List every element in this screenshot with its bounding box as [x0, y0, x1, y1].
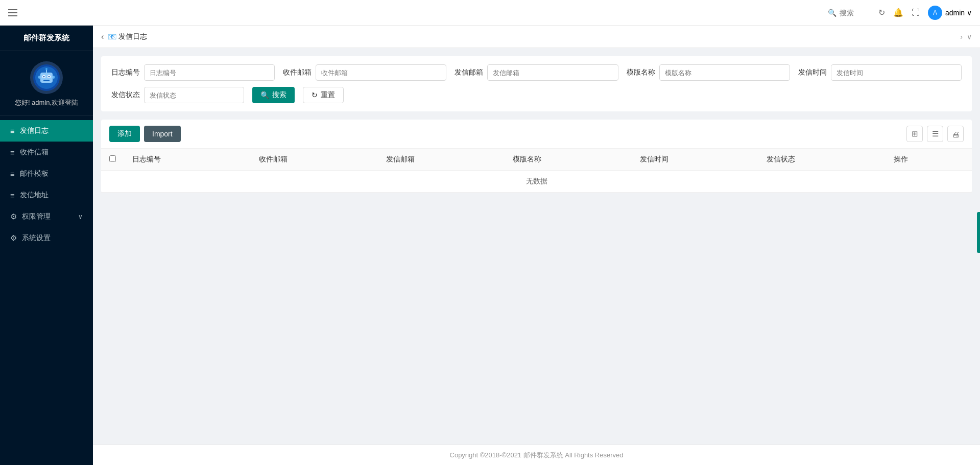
sidebar-avatar	[30, 61, 63, 94]
filter-field-template: 模版名称	[627, 64, 790, 81]
sidebar-item-label: 系统设置	[22, 234, 51, 243]
sidebar-item-send-address[interactable]: ≡ 发信地址	[0, 184, 93, 206]
sidebar-item-permission[interactable]: ⚙ 权限管理 ∨	[0, 206, 93, 227]
col-log-number: 日志编号	[124, 149, 251, 171]
right-accent-bar	[977, 212, 980, 253]
sidebar-brand: 邮件群发系统	[0, 26, 93, 51]
permission-icon: ⚙	[10, 212, 17, 221]
sender-label: 发信邮箱	[455, 68, 483, 77]
send-time-label: 发信时间	[798, 68, 827, 77]
breadcrumb-text: 发信日志	[118, 32, 147, 41]
sidebar-menu: ≡ 发信日志 ≡ 收件信箱 ≡ 邮件模板 ≡ 发信地址 ⚙ 权限管理 ∨ ⚙	[0, 116, 93, 465]
column-settings-button[interactable]: ☰	[927, 126, 943, 142]
sidebar-item-label: 邮件模板	[20, 169, 49, 178]
filter-field-send-status: 发信状态	[111, 87, 244, 103]
mail-template-icon: ≡	[10, 170, 15, 178]
svg-point-9	[45, 68, 47, 70]
username-label: admin ∨	[945, 9, 972, 17]
page-content: 日志编号 收件邮箱 发信邮箱 模版名称	[93, 48, 980, 445]
sidebar: 邮件群发系统	[0, 26, 93, 465]
sidebar-item-mail-template[interactable]: ≡ 邮件模板	[0, 163, 93, 184]
table-toolbar: 添加 Import ⊞ ☰ 🖨	[101, 120, 972, 149]
recipient-input[interactable]	[316, 64, 446, 81]
sidebar-item-label: 权限管理	[22, 212, 51, 221]
filter-panel: 日志编号 收件邮箱 发信邮箱 模版名称	[101, 56, 972, 111]
filter-field-log-number: 日志编号	[111, 64, 275, 81]
svg-point-6	[49, 76, 50, 78]
sender-input[interactable]	[487, 64, 618, 81]
notification-icon[interactable]: 🔔	[893, 8, 903, 17]
data-table: 日志编号 收件邮箱 发信邮箱 模版名称 发信时间 发信状态 操作 无数据	[101, 149, 972, 193]
col-action: 操作	[886, 149, 972, 171]
send-status-label: 发信状态	[111, 90, 140, 100]
select-all-checkbox[interactable]	[109, 155, 116, 162]
svg-point-5	[43, 76, 45, 78]
no-data-cell: 无数据	[101, 171, 972, 193]
sidebar-item-inbox[interactable]: ≡ 收件信箱	[0, 142, 93, 163]
search-button[interactable]: 🔍 搜索	[252, 87, 295, 103]
col-recipient: 收件邮箱	[251, 149, 377, 171]
search-icon: 🔍	[828, 9, 836, 17]
header-right: 🔍 ↻ 🔔 ⛶ A admin ∨	[828, 6, 972, 20]
toolbar-right: ⊞ ☰ 🖨	[906, 126, 964, 142]
avatar: A	[928, 6, 942, 20]
grid-view-button[interactable]: ⊞	[906, 126, 923, 142]
template-label: 模版名称	[627, 68, 655, 77]
filter-field-recipient: 收件邮箱	[283, 64, 446, 81]
search-input[interactable]	[840, 9, 870, 17]
breadcrumb-expand-icon[interactable]: ∨	[967, 33, 972, 41]
send-address-icon: ≡	[10, 191, 15, 200]
send-status-input[interactable]	[144, 87, 244, 103]
col-send-status: 发信状态	[758, 149, 885, 171]
chevron-down-icon: ∨	[78, 213, 83, 220]
breadcrumb-back-icon[interactable]: ‹	[101, 32, 104, 41]
breadcrumb: 📧 发信日志	[108, 32, 147, 41]
import-button[interactable]: Import	[144, 126, 181, 142]
print-button[interactable]: 🖨	[947, 126, 964, 142]
send-log-icon: ≡	[10, 127, 15, 135]
breadcrumb-bar: ‹ 📧 发信日志 › ∨	[93, 26, 980, 48]
send-time-input[interactable]	[831, 64, 962, 81]
filter-row-1: 日志编号 收件邮箱 发信邮箱 模版名称	[111, 64, 962, 81]
checkbox-header	[101, 149, 124, 171]
reset-btn-icon: ↻	[312, 91, 318, 99]
sidebar-username: 您好! admin,欢迎登陆	[15, 98, 78, 107]
add-button[interactable]: 添加	[109, 126, 140, 142]
refresh-icon[interactable]: ↻	[878, 8, 885, 17]
svg-rect-10	[38, 76, 40, 79]
breadcrumb-icon: 📧	[108, 33, 116, 41]
filter-field-sender: 发信邮箱	[455, 64, 618, 81]
sidebar-item-label: 发信地址	[20, 191, 49, 200]
search-btn-icon: 🔍	[260, 91, 269, 99]
col-send-time: 发信时间	[632, 149, 758, 171]
template-input[interactable]	[659, 64, 790, 81]
breadcrumb-forward-icon[interactable]: ›	[960, 33, 963, 41]
fullscreen-icon[interactable]: ⛶	[912, 8, 920, 17]
svg-rect-11	[53, 76, 55, 79]
copyright-text: Copyright ©2018-©2021 邮件群发系统 All Rights …	[450, 451, 624, 460]
inbox-icon: ≡	[10, 148, 15, 157]
log-number-label: 日志编号	[111, 68, 140, 77]
log-number-input[interactable]	[144, 64, 275, 81]
content-area: ‹ 📧 发信日志 › ∨ 日志编号 收件邮箱	[93, 26, 980, 465]
menu-toggle-button[interactable]	[8, 9, 17, 16]
system-setting-icon: ⚙	[10, 234, 17, 243]
sidebar-item-label: 收件信箱	[20, 148, 49, 157]
footer: Copyright ©2018-©2021 邮件群发系统 All Rights …	[93, 445, 980, 465]
filter-field-send-time: 发信时间	[798, 64, 962, 81]
col-sender: 发信邮箱	[378, 149, 505, 171]
search-area[interactable]: 🔍	[828, 9, 870, 17]
col-template: 模版名称	[505, 149, 631, 171]
user-info[interactable]: A admin ∨	[928, 6, 972, 20]
sidebar-item-send-log[interactable]: ≡ 发信日志	[0, 120, 93, 142]
sidebar-item-system-setting[interactable]: ⚙ 系统设置	[0, 227, 93, 249]
reset-button[interactable]: ↻ 重置	[303, 87, 344, 103]
filter-row-2: 发信状态 🔍 搜索 ↻ 重置	[111, 87, 962, 103]
main-layout: 邮件群发系统	[0, 26, 980, 465]
recipient-label: 收件邮箱	[283, 68, 312, 77]
table-panel: 添加 Import ⊞ ☰ 🖨 日志编号	[101, 120, 972, 193]
sidebar-user: 您好! admin,欢迎登陆	[0, 51, 93, 116]
svg-rect-7	[43, 80, 50, 81]
header-left	[8, 9, 17, 16]
top-header: 🔍 ↻ 🔔 ⛶ A admin ∨	[0, 0, 980, 26]
